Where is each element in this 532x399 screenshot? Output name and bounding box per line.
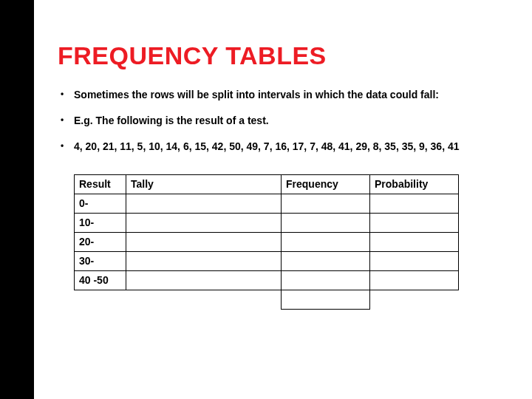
cell-tally	[126, 251, 282, 270]
cell-frequency	[282, 270, 370, 290]
bullet-item: E.g. The following is the result of a te…	[58, 114, 501, 128]
bullet-item: Sometimes the rows will be split into in…	[58, 88, 501, 102]
cell-frequency	[282, 213, 370, 232]
cell-tally	[126, 194, 282, 213]
bullet-text: 4, 20, 21, 11, 5, 10, 14, 6, 15, 42, 50,…	[74, 140, 460, 152]
cell-result: 20-	[75, 232, 126, 251]
table-row: 30-	[75, 251, 459, 270]
header-tally: Tally	[126, 174, 282, 194]
cell-frequency	[282, 194, 370, 213]
cell-probability	[370, 251, 459, 270]
header-frequency: Frequency	[282, 174, 370, 194]
cell-result: 30-	[75, 251, 126, 270]
table-row: 0-	[75, 194, 459, 213]
cell-tally	[126, 213, 282, 232]
cell-result: 40 -50	[75, 270, 126, 290]
cell-probability	[370, 213, 459, 232]
table-row: 20-	[75, 232, 459, 251]
bullet-text: E.g. The following is the result of a te…	[74, 115, 269, 126]
left-stripe	[0, 0, 34, 399]
page-title: FREQUENCY TABLES	[58, 41, 501, 70]
table-header-row: Result Tally Frequency Probability	[75, 174, 459, 194]
header-probability: Probability	[370, 174, 459, 194]
table-row: 40 -50	[75, 270, 459, 290]
bullet-text: Sometimes the rows will be split into in…	[74, 89, 439, 100]
cell-tally	[126, 232, 282, 251]
slide-content: FREQUENCY TABLES Sometimes the rows will…	[58, 41, 501, 310]
cell-result: 0-	[75, 194, 126, 213]
cell-frequency	[282, 251, 370, 270]
bullet-item: 4, 20, 21, 11, 5, 10, 14, 6, 15, 42, 50,…	[58, 140, 501, 154]
cell-extra	[282, 290, 370, 309]
bullet-list: Sometimes the rows will be split into in…	[58, 88, 501, 154]
cell-probability	[370, 270, 459, 290]
table-row-extra	[75, 290, 459, 309]
cell-probability	[370, 194, 459, 213]
table-row: 10-	[75, 213, 459, 232]
cell-frequency	[282, 232, 370, 251]
frequency-table: Result Tally Frequency Probability 0- 10…	[74, 174, 459, 310]
cell-probability	[370, 232, 459, 251]
header-result: Result	[75, 174, 126, 194]
cell-tally	[126, 270, 282, 290]
cell-result: 10-	[75, 213, 126, 232]
